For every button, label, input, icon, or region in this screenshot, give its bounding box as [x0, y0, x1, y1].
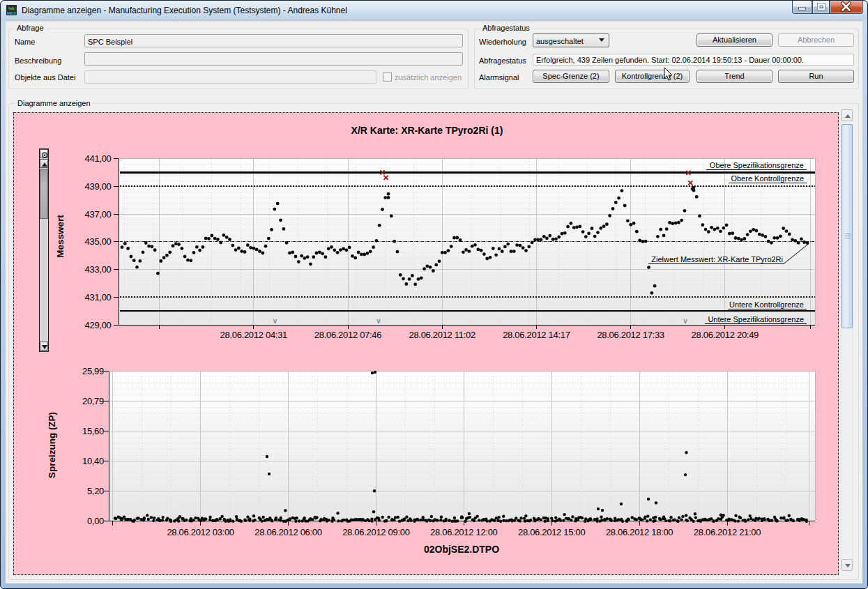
svg-text:fab: fab	[8, 6, 15, 10]
svg-text:MES: MES	[7, 11, 16, 15]
